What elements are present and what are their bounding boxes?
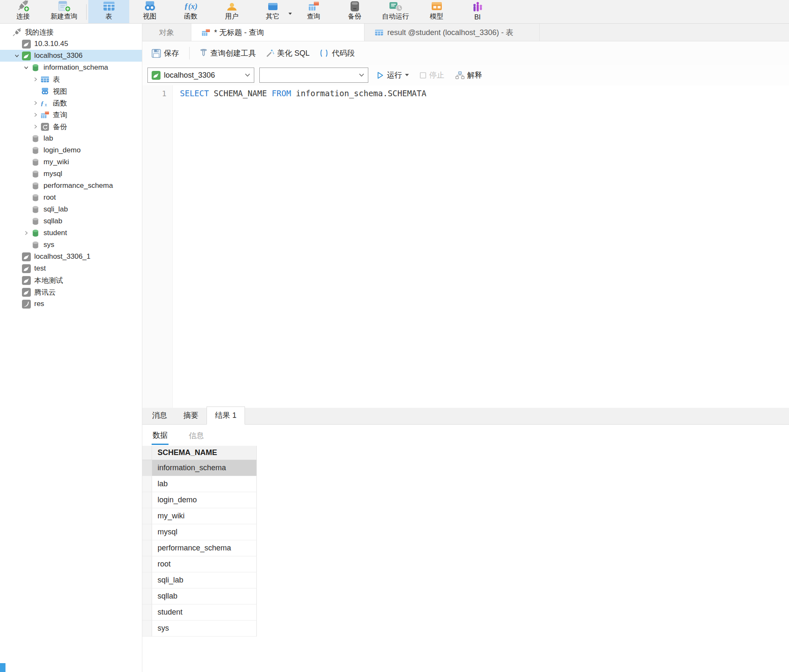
toolbar-item-表[interactable]: 表 [88,0,129,23]
toolbar-item-函数[interactable]: ƒ(x)函数 [170,0,211,23]
expander-closed-icon[interactable] [31,100,40,106]
grid-row[interactable]: sqli_lab [142,572,257,588]
tree-item-函数[interactable]: ƒx函数 [0,97,142,109]
tree-item-查询[interactable]: 查询 [0,109,142,121]
tree-item-login_demo[interactable]: login_demo [0,144,142,156]
tree-item-localhost_3306_1[interactable]: localhost_3306_1 [0,251,142,263]
toolbar-item-自动运行[interactable]: 自动运行 [375,0,416,23]
grid-row-selector[interactable] [142,446,152,460]
result-tab-消息[interactable]: 消息 [144,407,175,424]
grid-cell[interactable]: login_demo [152,492,257,508]
dropdown-caret-icon[interactable] [288,13,292,15]
connection-tree: 我的连接10.3.10.45localhost_3306information_… [0,24,142,672]
document-tab-3[interactable]: result @student (localhost_3306) - 表 [365,24,540,41]
grid-cell[interactable]: mysql [152,524,257,540]
tree-item-my_wiki[interactable]: my_wiki [0,156,142,168]
expander-closed-icon[interactable] [31,77,40,82]
query-builder-button[interactable]: 查询创建工具 [196,46,259,61]
toolbar-item-查询[interactable]: 查询 [293,0,334,23]
connection-select[interactable]: localhost_3306 [147,68,254,83]
tree-item-localhost_3306[interactable]: localhost_3306 [0,50,142,62]
tree-item-information_schema[interactable]: information_schema [0,62,142,73]
tree-item-performance_schema[interactable]: performance_schema [0,180,142,192]
save-button[interactable]: 保存 [148,46,182,61]
document-tab-1[interactable]: 对象 [142,24,191,41]
grid-cell[interactable]: information_schema [152,460,257,476]
grid-cell[interactable]: sys [152,621,257,637]
grid-row[interactable]: my_wiki [142,508,257,524]
tree-item-视图[interactable]: 视图 [0,85,142,97]
tree-item-res[interactable]: res [0,298,142,310]
tree-item-sqli_lab[interactable]: sqli_lab [0,203,142,215]
expander-closed-icon[interactable] [31,112,40,117]
code-snippet-button[interactable]: 代码段 [316,46,358,61]
expander-closed-icon[interactable] [22,230,30,236]
result-subtab-信息[interactable]: 信息 [188,426,205,444]
grid-cell[interactable]: student [152,604,257,621]
grid-row[interactable]: login_demo [142,492,257,508]
tree-item-腾讯云[interactable]: 腾讯云 [0,286,142,298]
grid-cell[interactable]: performance_schema [152,540,257,556]
grid-row-selector[interactable] [142,460,152,476]
grid-cell[interactable]: lab [152,476,257,492]
tree-item-test[interactable]: test [0,263,142,274]
toolbar-item-其它[interactable]: 其它 [252,0,293,23]
tree-item-备份[interactable]: 备份 [0,121,142,133]
grid-row[interactable]: mysql [142,524,257,540]
grid-row-selector[interactable] [142,540,152,556]
expander-closed-icon[interactable] [31,124,40,129]
document-tab-2[interactable]: * 无标题 - 查询 [191,24,365,41]
tree-item-sys[interactable]: sys [0,239,142,251]
tree-item-本地测试[interactable]: 本地测试 [0,274,142,286]
grid-row-selector[interactable] [142,572,152,588]
toolbar-item-新建查询[interactable]: 新建查询 [44,0,84,23]
grid-row[interactable]: information_schema [142,460,257,476]
tree-item-我的连接[interactable]: 我的连接 [0,26,142,38]
grid-cell[interactable]: sqli_lab [152,572,257,588]
database-select[interactable] [259,68,368,83]
grid-row-selector[interactable] [142,588,152,604]
tree-item-root[interactable]: root [0,192,142,203]
grid-row-selector[interactable] [142,524,152,540]
tree-item-10.3.10.45[interactable]: 10.3.10.45 [0,38,142,50]
toolbar-item-备份[interactable]: 备份 [334,0,375,23]
result-subtab-数据[interactable]: 数据 [152,426,169,445]
grid-column-header[interactable]: SCHEMA_NAME [152,446,257,460]
grid-row[interactable]: sqllab [142,588,257,604]
grid-cell[interactable]: root [152,556,257,572]
expander-open-icon[interactable] [22,65,30,70]
run-options-caret-icon[interactable] [405,74,409,76]
sql-code-area[interactable]: SELECT SCHEMA_NAME FROM information_sche… [173,85,789,408]
explain-button[interactable]: 解释 [455,70,482,80]
toolbar-item-模型[interactable]: 模型 [416,0,457,23]
grid-row-selector[interactable] [142,492,152,508]
grid-row[interactable]: lab [142,476,257,492]
tree-item-表[interactable]: 表 [0,73,142,85]
expander-open-icon[interactable] [13,54,21,58]
grid-cell[interactable]: sqllab [152,588,257,604]
toolbar-item-视图[interactable]: 视图 [129,0,170,23]
grid-row[interactable]: student [142,604,257,621]
tree-item-sqllab[interactable]: sqllab [0,215,142,227]
tree-item-student[interactable]: student [0,227,142,239]
toolbar-item-连接[interactable]: 连接 [3,0,44,23]
result-tab-结果 1[interactable]: 结果 1 [207,406,245,425]
tree-item-mysql[interactable]: mysql [0,168,142,180]
tree-item-lab[interactable]: lab [0,133,142,144]
toolbar-divider [189,47,190,60]
toolbar-item-BI[interactable]: BI [457,0,498,23]
grid-row[interactable]: root [142,556,257,572]
mysql-conn-gray-icon [21,252,31,261]
grid-row-selector[interactable] [142,556,152,572]
grid-row-selector[interactable] [142,604,152,621]
grid-row-selector[interactable] [142,621,152,637]
result-tab-摘要[interactable]: 摘要 [175,407,207,424]
run-button[interactable]: 运行 [377,70,409,80]
beautify-sql-button[interactable]: 美化 SQL [262,46,313,61]
grid-row[interactable]: sys [142,621,257,637]
grid-row-selector[interactable] [142,508,152,524]
grid-row-selector[interactable] [142,476,152,492]
grid-row[interactable]: performance_schema [142,540,257,556]
toolbar-item-用户[interactable]: 用户 [211,0,252,23]
grid-cell[interactable]: my_wiki [152,508,257,524]
